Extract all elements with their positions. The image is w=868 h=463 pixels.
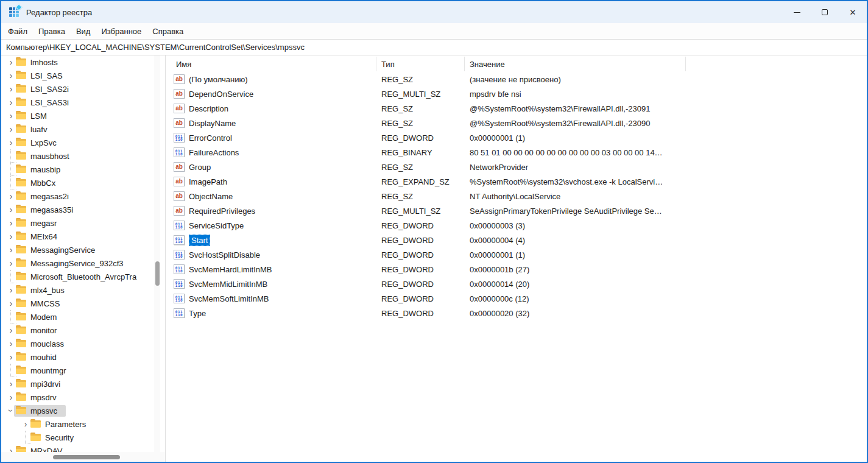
tree-item-messagingservice[interactable]: ›MessagingService xyxy=(1,243,152,256)
tree-horizontal-scrollbar-thumb[interactable] xyxy=(53,455,120,459)
tree-item-mpi3drvi[interactable]: ›mpi3drvi xyxy=(1,377,152,391)
chevron-right-icon[interactable]: › xyxy=(6,286,16,294)
tree-item-body[interactable]: LSI_SAS3i xyxy=(16,98,69,107)
tree-item-lsi_sas3i[interactable]: ›LSI_SAS3i xyxy=(1,96,152,109)
value-row-svcmemsoftlimitinmb[interactable]: 011110SvcMemSoftLimitInMBREG_DWORD0x0000… xyxy=(170,291,867,306)
tree-item-mountmgr[interactable]: mountmgr xyxy=(1,364,152,377)
tree-item-body[interactable]: MMCSS xyxy=(16,299,60,308)
tree-horizontal-scrollbar[interactable] xyxy=(1,452,165,462)
maximize-button[interactable] xyxy=(811,1,839,23)
tree-item-body[interactable]: megasr xyxy=(16,219,57,228)
value-row-requiredprivileges[interactable]: abRequiredPrivilegesREG_MULTI_SZSeAssign… xyxy=(170,203,867,218)
tree-item-body[interactable]: luafv xyxy=(16,125,47,134)
chevron-right-icon[interactable]: › xyxy=(6,380,16,388)
value-row-objectname[interactable]: abObjectNameREG_SZNT Authority\LocalServ… xyxy=(170,189,867,203)
chevron-right-icon[interactable]: › xyxy=(6,393,16,401)
tree-item-megasas2i[interactable]: ›megasas2i xyxy=(1,189,152,203)
column-header-type[interactable]: Тип xyxy=(376,57,465,71)
tree-item-body[interactable]: MessagingService_932cf3 xyxy=(16,259,123,268)
tree-item-body[interactable]: LSI_SAS xyxy=(16,71,63,80)
tree-item-luafv[interactable]: ›luafv xyxy=(1,122,152,136)
chevron-right-icon[interactable]: › xyxy=(6,353,16,361)
menu-file[interactable]: Файл xyxy=(2,25,33,38)
tree-item-mpssvc[interactable]: ›mpssvc xyxy=(1,404,152,417)
chevron-right-icon[interactable]: › xyxy=(6,326,16,334)
tree-item-mrxdav[interactable]: ›MRxDAV xyxy=(1,444,152,452)
tree-item-body[interactable]: LSM xyxy=(16,111,47,121)
column-header-name[interactable]: Имя xyxy=(170,57,376,71)
tree-item-body[interactable]: LxpSvc xyxy=(16,138,57,147)
tree-item-body[interactable]: lmhosts xyxy=(16,58,58,67)
tree-item-parameters[interactable]: ›Parameters xyxy=(1,417,152,431)
value-row-group[interactable]: abGroupREG_SZNetworkProvider xyxy=(170,160,867,174)
tree-item-lsi_sas[interactable]: ›LSI_SAS xyxy=(1,69,152,82)
tree-vertical-scrollbar[interactable] xyxy=(154,55,160,452)
menu-view[interactable]: Вид xyxy=(71,25,96,38)
value-row-start[interactable]: 011110StartREG_DWORD0x00000004 (4) xyxy=(170,233,867,247)
column-header-value[interactable]: Значение xyxy=(465,57,686,71)
chevron-right-icon[interactable]: › xyxy=(6,447,16,452)
tree-item-microsoft_bluetooth_avrcptra[interactable]: Microsoft_Bluetooth_AvrcpTra xyxy=(1,270,152,283)
value-row-displayname[interactable]: abDisplayNameREG_SZ@%SystemRoot%\system3… xyxy=(170,116,867,130)
value-row-type[interactable]: 011110TypeREG_DWORD0x00000020 (32) xyxy=(170,306,867,320)
tree-item-body[interactable]: LSI_SAS2i xyxy=(16,85,69,94)
value-row-svchostsplitdisable[interactable]: 011110SvcHostSplitDisableREG_DWORD0x0000… xyxy=(170,247,867,262)
menu-favorites[interactable]: Избранное xyxy=(96,25,147,38)
tree-item-lsm[interactable]: ›LSM xyxy=(1,109,152,122)
tree-item-body[interactable]: Security xyxy=(30,433,74,442)
tree-item-body[interactable]: Parameters xyxy=(30,420,86,429)
tree-item-mouclass[interactable]: ›mouclass xyxy=(1,337,152,350)
chevron-right-icon[interactable]: › xyxy=(21,420,30,428)
close-button[interactable]: ✕ xyxy=(839,1,867,23)
value-row-errorcontrol[interactable]: 011110ErrorControlREG_DWORD0x00000001 (1… xyxy=(170,130,867,145)
chevron-right-icon[interactable]: › xyxy=(6,111,16,120)
tree-item-body[interactable]: Modem xyxy=(16,313,57,322)
tree-item-meix64[interactable]: ›MEIx64 xyxy=(1,230,152,243)
value-row-imagepath[interactable]: abImagePathREG_EXPAND_SZ%SystemRoot%\sys… xyxy=(170,174,867,189)
tree-item-body[interactable]: megasas35i xyxy=(16,205,73,214)
tree-item-body[interactable]: megasas2i xyxy=(16,192,69,201)
tree-vertical-scrollbar-thumb[interactable] xyxy=(155,261,160,286)
tree-item-lsi_sas2i[interactable]: ›LSI_SAS2i xyxy=(1,82,152,96)
tree-item-body[interactable]: mpi3drvi xyxy=(16,380,60,389)
chevron-down-icon[interactable]: › xyxy=(6,406,16,415)
tree-item-body[interactable]: mausbhost xyxy=(16,152,69,161)
tree-item-mlx4_bus[interactable]: ›mlx4_bus xyxy=(1,283,152,297)
chevron-right-icon[interactable]: › xyxy=(6,58,16,66)
value-row-failureactions[interactable]: 011110FailureActionsREG_BINARY80 51 01 0… xyxy=(170,145,867,160)
tree-item-mausbhost[interactable]: mausbhost xyxy=(1,149,152,163)
tree-item-mausbip[interactable]: mausbip xyxy=(1,163,152,176)
value-row-dependonservice[interactable]: abDependOnServiceREG_MULTI_SZmpsdrv bfe … xyxy=(170,87,867,101)
tree-item-body[interactable]: mountmgr xyxy=(16,366,66,375)
minimize-button[interactable] xyxy=(783,1,811,23)
value-row-servicesidtype[interactable]: 011110ServiceSidTypeREG_DWORD0x00000003 … xyxy=(170,218,867,233)
value-row-svcmemmidlimitinmb[interactable]: 011110SvcMemMidLimitInMBREG_DWORD0x00000… xyxy=(170,277,867,291)
chevron-right-icon[interactable]: › xyxy=(6,299,16,308)
tree-item-modem[interactable]: Modem xyxy=(1,310,152,323)
menu-help[interactable]: Справка xyxy=(147,25,189,38)
chevron-right-icon[interactable]: › xyxy=(6,138,16,147)
tree-item-body[interactable]: mpsdrv xyxy=(16,393,57,402)
chevron-right-icon[interactable]: › xyxy=(6,259,16,267)
tree-item-lxpsvc[interactable]: ›LxpSvc xyxy=(1,136,152,149)
tree-item-body[interactable]: MRxDAV xyxy=(16,447,62,453)
tree-item-body[interactable]: mlx4_bus xyxy=(16,286,65,295)
chevron-right-icon[interactable]: › xyxy=(6,125,16,133)
value-row--по-умолчанию-[interactable]: ab(По умолчанию)REG_SZ(значение не присв… xyxy=(170,72,867,87)
chevron-right-icon[interactable]: › xyxy=(6,98,16,107)
chevron-right-icon[interactable]: › xyxy=(6,246,16,254)
chevron-right-icon[interactable]: › xyxy=(6,71,16,80)
tree-item-body[interactable]: mouhid xyxy=(16,353,57,362)
tree-item-body[interactable]: mouclass xyxy=(16,339,64,348)
tree-item-mbbcx[interactable]: MbbCx xyxy=(1,176,152,189)
address-input[interactable]: Компьютер\HKEY_LOCAL_MACHINE\SYSTEM\Curr… xyxy=(6,43,305,52)
menu-edit[interactable]: Правка xyxy=(33,25,71,38)
tree-item-megasr[interactable]: ›megasr xyxy=(1,216,152,230)
tree-item-body[interactable]: Microsoft_Bluetooth_AvrcpTra xyxy=(16,272,136,281)
chevron-right-icon[interactable]: › xyxy=(6,85,16,93)
tree-item-body[interactable]: monitor xyxy=(16,326,57,335)
tree-item-megasas35i[interactable]: ›megasas35i xyxy=(1,203,152,216)
tree-item-messagingservice_932cf3[interactable]: ›MessagingService_932cf3 xyxy=(1,256,152,270)
tree-item-body[interactable]: MbbCx xyxy=(16,178,55,188)
tree-item-security[interactable]: Security xyxy=(1,431,152,444)
